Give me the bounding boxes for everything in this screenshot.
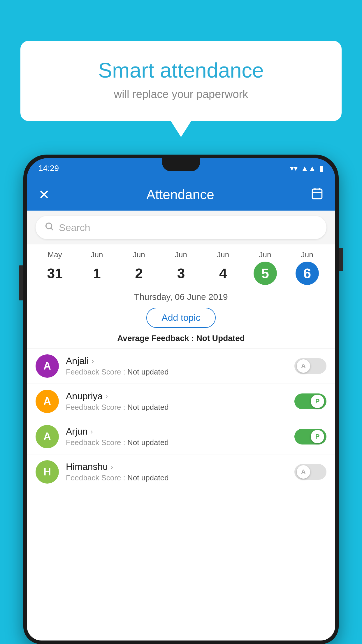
avg-feedback: Average Feedback : Not Updated	[27, 332, 335, 348]
student-avatar-3: H	[36, 460, 59, 484]
student-info-2: Arjun ›Feedback Score : Not updated	[66, 426, 287, 447]
status-bar: 14:29 ▾▾ ▲▲ ▮	[27, 158, 335, 178]
speech-bubble: Smart attendance will replace your paper…	[20, 41, 342, 121]
student-name-3: Himanshu ›	[66, 461, 287, 472]
cal-month: May	[48, 250, 62, 259]
calendar-day-0[interactable]: May31	[34, 250, 76, 285]
student-feedback-3: Feedback Score : Not updated	[66, 473, 287, 482]
phone-screen: 14:29 ▾▾ ▲▲ ▮ ✕ Attendance	[27, 158, 335, 640]
student-name-1: Anupriya ›	[66, 391, 287, 402]
student-info-0: Anjali ›Feedback Score : Not updated	[66, 356, 287, 377]
cal-month: Jun	[259, 250, 271, 259]
student-avatar-2: A	[36, 425, 59, 448]
cal-month: Jun	[91, 250, 103, 259]
app-title: Attendance	[146, 187, 214, 202]
chevron-icon: ›	[111, 463, 113, 471]
phone-frame: 14:29 ▾▾ ▲▲ ▮ ✕ Attendance	[23, 155, 339, 644]
calendar-button[interactable]	[311, 187, 324, 202]
toggle-knob-3: A	[297, 465, 310, 479]
student-avatar-1: A	[36, 390, 59, 413]
search-placeholder: Search	[59, 222, 90, 233]
selected-date-display: Thursday, 06 June 2019	[27, 288, 335, 305]
cal-date: 3	[169, 262, 193, 285]
chevron-icon: ›	[91, 428, 93, 436]
cal-date: 1	[85, 262, 108, 285]
svg-point-4	[46, 223, 52, 229]
cal-month: Jun	[217, 250, 229, 259]
calendar-day-4[interactable]: Jun4	[202, 250, 244, 285]
student-item-3[interactable]: HHimanshu ›Feedback Score : Not updatedA	[27, 454, 335, 489]
cal-month: Jun	[175, 250, 187, 259]
search-container: Search	[27, 211, 335, 244]
toggle-knob-0: A	[297, 359, 310, 373]
cal-date: 5	[254, 262, 277, 285]
student-feedback-1: Feedback Score : Not updated	[66, 403, 287, 412]
calendar-strip: May31Jun1Jun2Jun3Jun4Jun5Jun6	[27, 244, 335, 288]
toggle-knob-2: P	[311, 430, 324, 443]
student-avatar-0: A	[36, 354, 59, 378]
signal-icon: ▲▲	[301, 164, 316, 173]
student-feedback-0: Feedback Score : Not updated	[66, 368, 287, 377]
student-item-0[interactable]: AAnjali ›Feedback Score : Not updatedA	[27, 348, 335, 384]
student-list: AAnjali ›Feedback Score : Not updatedAAA…	[27, 348, 335, 640]
cal-date: 2	[127, 262, 151, 285]
speech-bubble-subtitle: will replace your paperwork	[44, 88, 318, 101]
avg-feedback-value: Not Updated	[196, 334, 245, 343]
search-bar[interactable]: Search	[36, 216, 326, 239]
cal-date: 31	[43, 262, 66, 285]
attendance-toggle-1[interactable]: P	[294, 393, 326, 409]
attendance-toggle-2[interactable]: P	[294, 429, 326, 444]
speech-bubble-title: Smart attendance	[44, 58, 318, 82]
attendance-toggle-3[interactable]: A	[294, 464, 326, 480]
svg-rect-0	[312, 189, 322, 199]
cal-month: Jun	[133, 250, 145, 259]
add-topic-container: Add topic	[27, 305, 335, 332]
calendar-day-2[interactable]: Jun2	[118, 250, 160, 285]
add-topic-button[interactable]: Add topic	[146, 308, 215, 328]
cal-date: 6	[296, 262, 319, 285]
app-header: ✕ Attendance	[27, 178, 335, 211]
status-icons: ▾▾ ▲▲ ▮	[290, 164, 324, 173]
volume-button	[19, 265, 23, 300]
speech-bubble-container: Smart attendance will replace your paper…	[20, 41, 342, 137]
chevron-icon: ›	[92, 357, 94, 365]
calendar-day-6[interactable]: Jun6	[286, 250, 328, 285]
search-icon	[44, 221, 54, 234]
avg-feedback-label: Average Feedback :	[117, 334, 196, 343]
wifi-icon: ▾▾	[290, 164, 298, 173]
speech-bubble-tail	[171, 121, 191, 137]
student-item-1[interactable]: AAnupriya ›Feedback Score : Not updatedP	[27, 384, 335, 419]
close-button[interactable]: ✕	[38, 187, 50, 202]
calendar-day-3[interactable]: Jun3	[160, 250, 202, 285]
student-feedback-2: Feedback Score : Not updated	[66, 438, 287, 447]
student-info-3: Himanshu ›Feedback Score : Not updated	[66, 461, 287, 482]
calendar-day-1[interactable]: Jun1	[76, 250, 118, 285]
student-info-1: Anupriya ›Feedback Score : Not updated	[66, 391, 287, 412]
chevron-icon: ›	[106, 392, 108, 400]
cal-month: Jun	[301, 250, 313, 259]
app-screen: ✕ Attendance	[27, 178, 335, 640]
student-item-2[interactable]: AArjun ›Feedback Score : Not updatedP	[27, 419, 335, 454]
student-name-2: Arjun ›	[66, 426, 287, 437]
battery-icon: ▮	[319, 164, 324, 173]
svg-line-5	[51, 228, 53, 230]
student-name-0: Anjali ›	[66, 356, 287, 366]
power-button	[339, 248, 343, 271]
calendar-day-5[interactable]: Jun5	[244, 250, 286, 285]
status-time: 14:29	[38, 164, 59, 173]
cal-date: 4	[211, 262, 235, 285]
notch	[162, 158, 200, 171]
toggle-knob-1: P	[311, 395, 324, 408]
attendance-toggle-0[interactable]: A	[294, 358, 326, 374]
